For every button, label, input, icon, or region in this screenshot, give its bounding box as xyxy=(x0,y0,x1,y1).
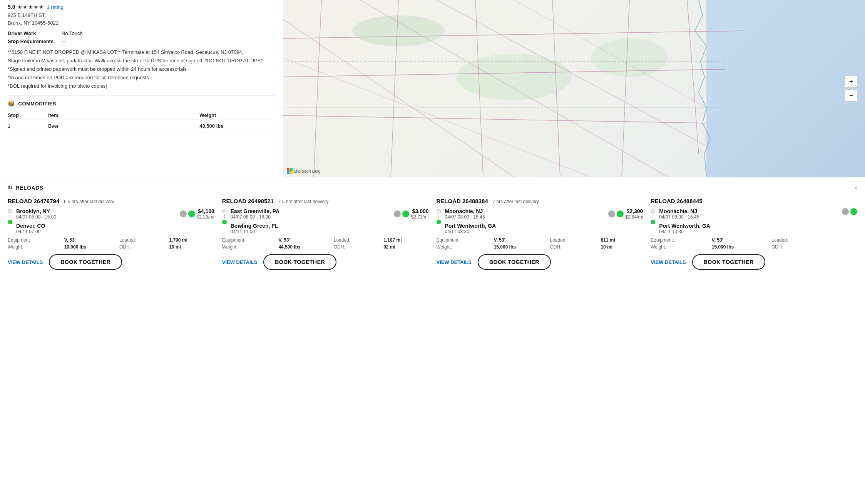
price-icons: $4,100 $2.29/mi xyxy=(180,208,214,220)
reload-id: RELOAD 26488384 xyxy=(437,198,488,204)
route-line xyxy=(653,214,653,219)
refresh-icon: ↻ xyxy=(8,185,13,191)
eq-val-equipment: V, 53' xyxy=(278,237,327,243)
view-details-link[interactable]: VIEW DETAILS xyxy=(222,259,257,265)
eq-val-weight: 44,500 lbs xyxy=(278,244,327,250)
route-info: East Greenville, PA 04/07 08:00 - 16:30 … xyxy=(231,208,429,234)
equipment-row: Equipment: V, 53' Loaded: 1,790 mi Weigh… xyxy=(8,237,214,250)
stop-req-label: Stop Requirements xyxy=(8,38,54,44)
reload-card-header: RELOAD 26488384 7 hrs after last deliver… xyxy=(437,198,643,204)
reloads-title: ↻ RELOADS xyxy=(8,185,43,191)
origin-date: 04/07 08:00 - 15:45 xyxy=(659,214,699,220)
col-item: Item xyxy=(48,111,199,120)
map-zoom-controls: + − xyxy=(845,75,857,102)
note-line1: **$150 FINE IF NOT DROPPED @ MIKASA LOT*… xyxy=(8,48,275,57)
route-info: Brooklyn, NY 04/07 08:00 - 15:00 $4,100 … xyxy=(16,208,214,234)
view-details-link[interactable]: VIEW DETAILS xyxy=(437,259,472,265)
reload-card: RELOAD 26488445 Moonachie, NJ 04/07 08:0… xyxy=(651,198,857,270)
map-background xyxy=(283,0,865,177)
origin-info: Brooklyn, NY 04/07 08:00 - 15:00 xyxy=(16,208,56,220)
driver-work-row: Driver Work No Touch xyxy=(8,30,275,36)
eq-label-odh: ODH: xyxy=(771,244,820,250)
eq-val-equipment: V, 53' xyxy=(712,237,765,243)
eq-label-odh: ODH: xyxy=(119,244,163,250)
eq-label-equipment: Equipment: xyxy=(651,237,706,243)
reload-card-header: RELOAD 26498521 7.5 hrs after last deliv… xyxy=(222,198,429,204)
view-details-link[interactable]: VIEW DETAILS xyxy=(651,259,686,265)
origin-city: East Greenville, PA xyxy=(231,208,279,214)
route-info: Moonachie, NJ 04/07 08:00 - 15:45 Port W… xyxy=(659,208,857,234)
book-together-button[interactable]: BOOK TOGETHER xyxy=(263,254,336,270)
map-svg xyxy=(283,0,865,177)
eq-val-odh: 92 mi xyxy=(383,244,428,250)
green-circle-icon xyxy=(188,210,195,217)
bing-label: Microsoft Bing xyxy=(294,169,321,174)
eq-label-weight: Weight: xyxy=(8,244,58,250)
origin-city: Moonachie, NJ xyxy=(445,208,485,214)
origin-city: Moonachie, NJ xyxy=(659,208,699,214)
zoom-out-button[interactable]: − xyxy=(845,89,857,102)
book-together-button[interactable]: BOOK TOGETHER xyxy=(478,254,551,270)
gray-circle-icon xyxy=(842,208,849,215)
price-area: $3,000 $2.71/mi xyxy=(411,208,428,220)
svg-point-3 xyxy=(456,54,572,100)
dest-info: Bowling Green, FL 04/11 11:00 xyxy=(231,223,429,234)
eq-val-odh: 10 mi xyxy=(601,244,643,250)
card-footer: VIEW DETAILS BOOK TOGETHER xyxy=(8,254,214,270)
commodities-label: COMMODITIES xyxy=(18,101,57,107)
card-footer: VIEW DETAILS BOOK TOGETHER xyxy=(222,254,429,270)
zoom-in-button[interactable]: + xyxy=(845,75,857,88)
route-dots xyxy=(222,208,227,234)
origin-row: East Greenville, PA 04/07 08:00 - 16:30 … xyxy=(231,208,429,220)
dest-info: Port Wentworth, GA 04/11 10:30 xyxy=(659,223,857,234)
price-icons: $2,300 $2.84/mi xyxy=(608,208,643,220)
reloads-label: RELOADS xyxy=(16,185,44,191)
reload-time: 7 hrs after last delivery xyxy=(492,199,539,204)
eq-val-loaded: 1,107 mi xyxy=(383,237,428,243)
cell-stop: 1 xyxy=(8,120,48,132)
origin-date: 04/07 08:00 - 15:00 xyxy=(16,214,56,220)
reload-card: RELOAD 26488384 7 hrs after last deliver… xyxy=(437,198,643,270)
eq-val-loaded: 1,790 mi xyxy=(169,237,214,243)
eq-val-weight: 15,000 lbs xyxy=(712,244,765,250)
eq-label-weight: Weight: xyxy=(222,244,273,250)
green-circle-icon xyxy=(402,210,409,217)
route-dots xyxy=(437,208,441,234)
dest-city: Bowling Green, FL xyxy=(231,223,429,229)
col-stop: Stop xyxy=(8,111,48,120)
origin-row: Brooklyn, NY 04/07 08:00 - 15:00 $4,100 … xyxy=(16,208,214,220)
eq-label-weight: Weight: xyxy=(437,244,488,250)
bing-squares-icon xyxy=(287,168,293,174)
reload-card-header: RELOAD 26488445 xyxy=(651,198,857,204)
price-icons xyxy=(842,208,857,215)
dest-city: Port Wentworth, GA xyxy=(659,223,857,229)
card-footer: VIEW DETAILS BOOK TOGETHER xyxy=(437,254,643,270)
route-ppm: $2.71/mi xyxy=(411,214,428,220)
cell-weight: 43,500 lbs xyxy=(199,120,275,132)
gray-circle-icon xyxy=(180,210,187,217)
price-icons: $3,000 $2.71/mi xyxy=(394,208,428,220)
view-details-link[interactable]: VIEW DETAILS xyxy=(8,259,43,265)
eq-val-odh: 10 mi xyxy=(169,244,214,250)
origin-info: Moonachie, NJ 04/07 08:00 - 15:45 xyxy=(659,208,699,220)
eq-val-loaded: 811 mi xyxy=(601,237,643,243)
gray-circle-icon xyxy=(608,210,615,217)
origin-row: Moonachie, NJ 04/07 08:00 - 15:45 $2,300… xyxy=(445,208,643,220)
origin-date: 04/07 08:00 - 16:30 xyxy=(231,214,279,220)
rating-link[interactable]: 1 rating xyxy=(47,4,63,10)
dest-dot xyxy=(437,220,441,224)
route-price: $2,300 xyxy=(625,208,643,214)
dest-info: Denver, CO 04/11 07:00 xyxy=(16,223,214,234)
reloads-chevron-icon[interactable]: ‹ xyxy=(855,184,857,192)
eq-label-equipment: Equipment: xyxy=(222,237,273,243)
reload-cards-container: RELOAD 26476794 6.5 hrs after last deliv… xyxy=(8,198,857,270)
book-together-button[interactable]: BOOK TOGETHER xyxy=(49,254,122,270)
note-line2: Stage trailer in Mikasa lot, park tracto… xyxy=(8,57,275,65)
origin-info: East Greenville, PA 04/07 08:00 - 16:30 xyxy=(231,208,279,220)
eq-val-weight: 10,000 lbs xyxy=(64,244,113,250)
card-footer: VIEW DETAILS BOOK TOGETHER xyxy=(651,254,857,270)
dest-date: 04/11 10:30 xyxy=(659,229,857,234)
book-together-button[interactable]: BOOK TOGETHER xyxy=(692,254,765,270)
origin-info: Moonachie, NJ 04/07 08:00 - 15:45 xyxy=(445,208,485,220)
bing-logo: Microsoft Bing xyxy=(287,168,321,174)
